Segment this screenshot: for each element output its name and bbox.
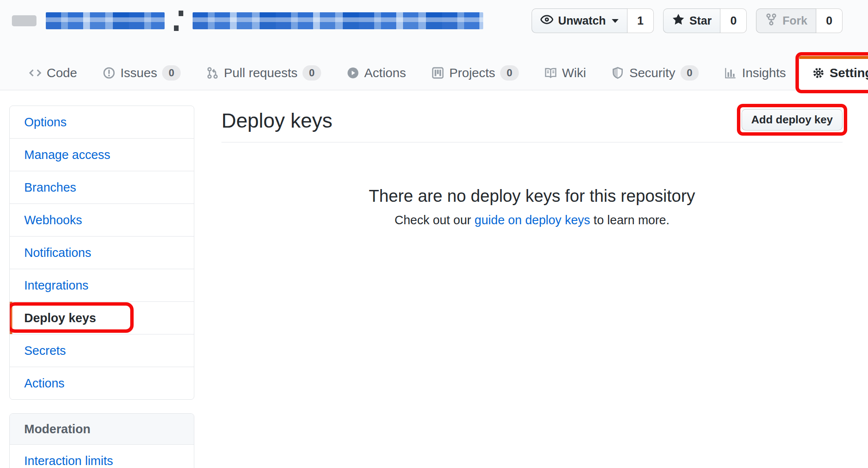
chevron-down-icon bbox=[612, 19, 619, 23]
tab-label: Wiki bbox=[562, 65, 586, 81]
tab-label: Actions bbox=[364, 65, 406, 81]
empty-state-title: There are no deploy keys for this reposi… bbox=[221, 186, 843, 206]
settings-content: Options Manage access Branches Webhooks … bbox=[0, 90, 868, 468]
issue-opened-icon bbox=[103, 67, 115, 79]
moderation-heading: Moderation bbox=[10, 414, 194, 445]
fork-button-group: Fork 0 bbox=[756, 8, 843, 33]
tab-label: Security bbox=[629, 65, 675, 81]
book-icon bbox=[544, 67, 557, 79]
tab-label: Pull requests bbox=[224, 65, 297, 81]
repo-slash-separator bbox=[174, 11, 183, 31]
empty-state-text-suffix: to learn more. bbox=[590, 213, 669, 227]
project-board-icon bbox=[431, 67, 444, 79]
forks-count[interactable]: 0 bbox=[816, 8, 843, 33]
eye-icon bbox=[540, 13, 553, 29]
repo-action-buttons: Unwatch 1 Star 0 bbox=[532, 8, 843, 33]
sidebar-item-integrations[interactable]: Integrations bbox=[10, 269, 194, 302]
projects-count-badge: 0 bbox=[500, 65, 518, 81]
tab-label: Settings bbox=[830, 65, 868, 81]
github-repo-settings-page: Unwatch 1 Star 0 bbox=[0, 0, 868, 468]
tab-actions[interactable]: Actions bbox=[334, 56, 419, 90]
sidebar-item-actions[interactable]: Actions bbox=[10, 367, 194, 399]
repo-title-row: Unwatch 1 Star 0 bbox=[0, 8, 868, 34]
unwatch-button[interactable]: Unwatch bbox=[532, 8, 627, 33]
empty-state-text-prefix: Check out our bbox=[395, 213, 475, 227]
tab-insights[interactable]: Insights bbox=[711, 56, 798, 90]
tab-label: Code bbox=[47, 65, 77, 81]
tab-security[interactable]: Security 0 bbox=[599, 56, 711, 90]
star-icon bbox=[672, 13, 685, 29]
sidebar-item-branches[interactable]: Branches bbox=[10, 171, 194, 204]
sidebar-item-interaction-limits[interactable]: Interaction limits bbox=[10, 445, 194, 468]
shield-icon bbox=[611, 67, 624, 79]
watch-button-group: Unwatch 1 bbox=[532, 8, 654, 33]
empty-state-text: Check out our guide on deploy keys to le… bbox=[221, 212, 843, 228]
pagehead: Unwatch 1 Star 0 bbox=[0, 0, 868, 90]
sidebar-item-notifications[interactable]: Notifications bbox=[10, 237, 194, 269]
tab-label: Issues bbox=[120, 65, 157, 81]
repo-owner-redacted bbox=[46, 12, 165, 29]
repo-nav: Code Issues 0 Pull requests 0 bbox=[0, 56, 868, 90]
sidebar-item-label: Deploy keys bbox=[24, 311, 96, 325]
pull-request-icon bbox=[206, 67, 219, 79]
repo-breadcrumb bbox=[12, 11, 483, 31]
tab-code[interactable]: Code bbox=[16, 56, 90, 90]
security-count-badge: 0 bbox=[680, 65, 699, 81]
add-deploy-key-button[interactable]: Add deploy key bbox=[742, 109, 843, 131]
sidebar-item-deploy-keys[interactable]: Deploy keys bbox=[10, 302, 194, 334]
star-label: Star bbox=[689, 14, 712, 28]
fork-label: Fork bbox=[782, 14, 807, 28]
sidebar-item-options[interactable]: Options bbox=[10, 106, 194, 139]
tab-issues[interactable]: Issues 0 bbox=[90, 56, 193, 90]
pull-requests-count-badge: 0 bbox=[302, 65, 321, 81]
tab-label: Insights bbox=[742, 65, 786, 81]
stars-count[interactable]: 0 bbox=[720, 8, 747, 33]
repo-name-redacted bbox=[193, 12, 483, 29]
code-icon bbox=[29, 67, 42, 79]
fork-button[interactable]: Fork bbox=[756, 8, 816, 33]
deploy-keys-panel: Deploy keys Add deploy key There are no … bbox=[221, 106, 843, 468]
tab-settings[interactable]: Settings bbox=[799, 56, 868, 90]
unwatch-label: Unwatch bbox=[558, 14, 606, 28]
tab-label: Projects bbox=[449, 65, 495, 81]
fork-icon bbox=[765, 13, 778, 29]
gear-icon bbox=[812, 67, 825, 79]
tab-wiki[interactable]: Wiki bbox=[532, 56, 599, 90]
issues-count-badge: 0 bbox=[162, 65, 180, 81]
sidebar-item-secrets[interactable]: Secrets bbox=[10, 334, 194, 367]
settings-sidebar: Options Manage access Branches Webhooks … bbox=[9, 106, 194, 468]
star-button[interactable]: Star bbox=[663, 8, 721, 33]
tab-pull-requests[interactable]: Pull requests 0 bbox=[193, 56, 334, 90]
page-title: Deploy keys bbox=[221, 109, 332, 133]
moderation-menu: Moderation Interaction limits bbox=[9, 413, 194, 468]
settings-menu: Options Manage access Branches Webhooks … bbox=[9, 106, 194, 400]
deploy-keys-guide-link[interactable]: guide on deploy keys bbox=[475, 213, 590, 227]
repo-icon bbox=[12, 15, 36, 26]
star-button-group: Star 0 bbox=[663, 8, 747, 33]
tab-projects[interactable]: Projects 0 bbox=[419, 56, 532, 90]
add-deploy-key-label: Add deploy key bbox=[751, 113, 833, 126]
empty-state: There are no deploy keys for this reposi… bbox=[221, 142, 843, 228]
sidebar-item-webhooks[interactable]: Webhooks bbox=[10, 204, 194, 237]
watchers-count[interactable]: 1 bbox=[627, 8, 654, 33]
graph-icon bbox=[724, 67, 737, 79]
subhead: Deploy keys Add deploy key bbox=[221, 106, 843, 142]
play-circle-icon bbox=[347, 67, 359, 79]
sidebar-item-manage-access[interactable]: Manage access bbox=[10, 139, 194, 171]
